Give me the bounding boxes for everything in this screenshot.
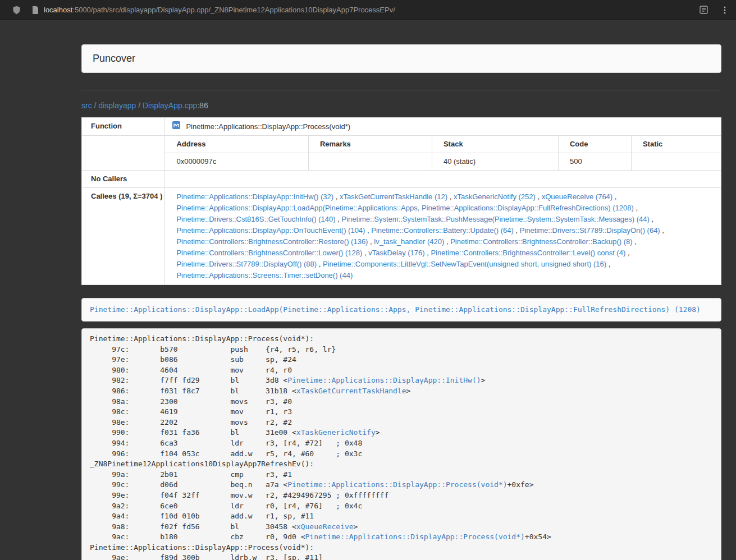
callee-link[interactable]: Pinetime::Applications::DisplayApp::Load… [176, 204, 633, 212]
no-callers-cell [165, 171, 721, 188]
reader-mode-icon[interactable] [700, 6, 708, 14]
callee-link[interactable]: Pinetime::System::SystemTask::PushMessag… [342, 215, 650, 223]
callee-link[interactable]: xTaskGetCurrentTaskHandle (12) [340, 192, 447, 201]
app-title[interactable]: Puncover [93, 53, 135, 64]
app-header-panel: Puncover [81, 44, 721, 73]
stats-header-row: Address Remarks Stack Code Static [165, 136, 721, 153]
callees-list: Pinetime::Applications::DisplayApp::Init… [165, 188, 721, 285]
callee-link[interactable]: vTaskDelay (176) [368, 249, 424, 257]
stats-value-row: 0x0000097c 40 (static) 500 [165, 153, 721, 171]
callee-separator: , [650, 215, 653, 223]
function-label: Function [82, 118, 165, 136]
column-stack: Stack [432, 136, 558, 153]
callee-separator: , [425, 249, 431, 257]
stats-table: Address Remarks Stack Code Static 0x0000… [165, 136, 721, 170]
function-table: Function Pinetime::Applications::Display… [81, 117, 721, 285]
callee-link[interactable]: Pinetime::Controllers::Battery::Update()… [371, 226, 514, 235]
function-name: Pinetime::Applications::DisplayApp::Proc… [186, 122, 350, 132]
callee-link[interactable]: Pinetime::Controllers::BrightnessControl… [176, 237, 368, 246]
breadcrumb-separator: / [92, 101, 99, 110]
callees-row: Callees (19, Σ=3704 ) Pinetime::Applicat… [82, 188, 721, 285]
stack-value: 40 (static) [432, 153, 558, 171]
empty-label-cell [82, 136, 165, 171]
no-callers-label: No Callers [82, 171, 165, 188]
callee-link[interactable]: Pinetime::Controllers::BrightnessControl… [450, 237, 632, 246]
method-icon [172, 121, 181, 132]
breadcrumb-link[interactable]: displayapp [98, 101, 136, 110]
symbol-link[interactable]: xTaskGetCurrentTaskHandle [296, 387, 406, 395]
callee-link[interactable]: lv_task_handler (420) [374, 237, 444, 246]
callee-separator: , [362, 249, 368, 257]
page-icon [32, 6, 39, 14]
selected-callee-link[interactable]: Pinetime::Applications::DisplayApp::Load… [90, 305, 701, 314]
callee-separator: , [660, 226, 664, 235]
column-code: Code [558, 136, 631, 153]
callee-separator: , [633, 237, 637, 246]
breadcrumb-link[interactable]: DisplayApp.cpp [143, 101, 197, 110]
breadcrumb-line-number: :86 [197, 101, 208, 110]
callee-separator: , [317, 260, 323, 268]
callee-link[interactable]: Pinetime::Drivers::Cst816S::GetTouchInfo… [176, 215, 335, 223]
callee-separator: , [447, 192, 454, 201]
callee-link[interactable]: Pinetime::Drivers::St7789::DisplayOn() (… [520, 226, 660, 235]
callee-link[interactable]: Pinetime::Components::LittleVgl::SetNewT… [323, 260, 606, 268]
callee-separator: , [612, 192, 616, 201]
callee-link[interactable]: xTaskGenericNotify (252) [454, 192, 536, 201]
page-content: Puncover src / displayapp / DisplayApp.c… [73, 44, 730, 560]
stats-row: Address Remarks Stack Code Static 0x0000… [82, 136, 721, 171]
disassembly: Pinetime::Applications::DisplayApp::Proc… [81, 328, 721, 560]
breadcrumb: src / displayapp / DisplayApp.cpp:86 [81, 90, 721, 117]
static-value [631, 153, 721, 171]
symbol-link[interactable]: Pinetime::Applications::DisplayApp::Init… [287, 376, 481, 384]
callee-link[interactable]: Pinetime::Applications::DisplayApp::Init… [176, 192, 333, 201]
address-value: 0x0000097c [165, 153, 308, 171]
code-value: 500 [558, 153, 631, 171]
remarks-value [308, 153, 432, 171]
callee-separator: , [536, 192, 542, 201]
symbol-link[interactable]: xQueueReceive [296, 522, 354, 531]
callees-label: Callees (19, Σ=3704 ) [82, 188, 165, 285]
callee-link[interactable]: Pinetime::Drivers::St7789::DisplayOff() … [176, 260, 317, 268]
callee-separator: , [368, 237, 374, 246]
callee-separator: , [606, 260, 610, 268]
callee-separator: , [333, 192, 340, 201]
column-remarks: Remarks [308, 136, 432, 153]
callee-link[interactable]: Pinetime::Applications::Screens::Timer::… [176, 271, 353, 279]
stats-cell: Address Remarks Stack Code Static 0x0000… [165, 136, 721, 171]
breadcrumb-link[interactable]: src [81, 101, 92, 110]
browser-chrome: localhost:5000/path/src/displayapp/Displ… [0, 0, 736, 20]
callee-link[interactable]: Pinetime::Controllers::BrightnessControl… [431, 249, 625, 257]
symbol-link[interactable]: Pinetime::Applications::DisplayApp::Proc… [305, 533, 525, 541]
column-address: Address [165, 136, 308, 153]
callee-link[interactable]: Pinetime::Controllers::BrightnessControl… [176, 249, 362, 257]
callee-separator: , [634, 204, 638, 212]
function-name-cell: Pinetime::Applications::DisplayApp::Proc… [165, 118, 721, 136]
symbol-link[interactable]: Pinetime::Applications::DisplayApp::Proc… [287, 480, 507, 489]
url-host: localhost [44, 6, 72, 14]
url-bar[interactable]: localhost:5000/path/src/displayapp/Displ… [44, 6, 395, 14]
url-path: :5000/path/src/displayapp/DisplayApp.cpp… [72, 6, 395, 14]
callee-separator: , [336, 215, 342, 223]
breadcrumb-separator: / [136, 101, 143, 110]
callee-separator: , [444, 237, 450, 246]
no-callers-row: No Callers [82, 171, 721, 188]
selected-callee-panel: Pinetime::Applications::DisplayApp::Load… [81, 298, 721, 322]
callee-separator: , [625, 249, 629, 257]
shield-icon[interactable] [12, 6, 21, 15]
menu-icon[interactable] [724, 6, 728, 15]
function-row: Function Pinetime::Applications::Display… [82, 118, 721, 136]
callee-link[interactable]: xQueueReceive (764) [542, 192, 612, 201]
callee-link[interactable]: Pinetime::Applications::DisplayApp::OnTo… [176, 226, 365, 235]
column-static: Static [631, 136, 721, 153]
callee-separator: , [514, 226, 520, 235]
symbol-link[interactable]: xTaskGenericNotify [296, 428, 376, 437]
callee-separator: , [365, 226, 371, 235]
